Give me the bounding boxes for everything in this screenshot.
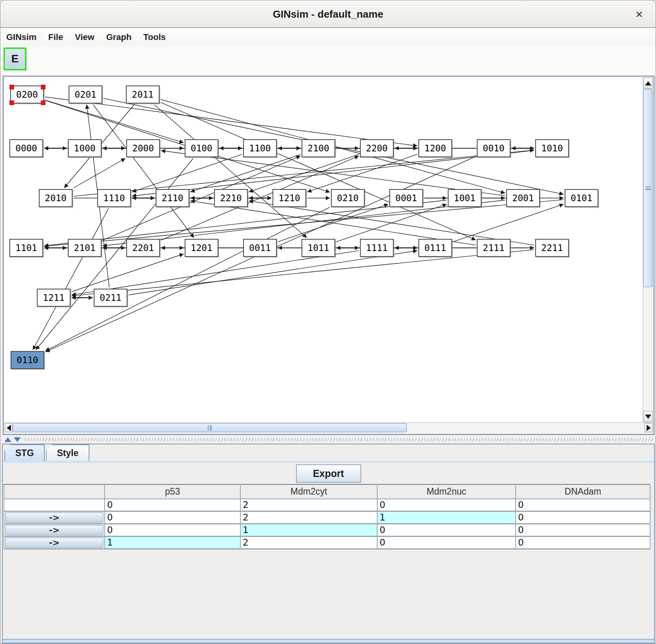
value-cell: 0 <box>516 499 650 511</box>
menu-item-graph[interactable]: Graph <box>106 32 132 42</box>
state-node-0201[interactable]: 0201 <box>69 86 102 104</box>
splitter-collapse-up-icon[interactable] <box>4 437 11 442</box>
menu-item-view[interactable]: View <box>75 32 94 42</box>
edge-0200-1200[interactable] <box>45 97 417 146</box>
state-node-0110[interactable]: 0110 <box>11 351 44 369</box>
state-node-0001[interactable]: 0001 <box>389 189 423 207</box>
bottom-panel: STGStyle Export p53Mdm2cytMdm2nucDNAdam … <box>2 444 655 644</box>
value-cell: 0 <box>516 536 650 549</box>
state-node-0010[interactable]: 0010 <box>477 139 511 157</box>
state-node-0210[interactable]: 0210 <box>331 189 365 207</box>
scroll-right-button[interactable] <box>645 423 652 432</box>
horizontal-scroll-track[interactable] <box>407 423 644 432</box>
edge-1200-1210[interactable] <box>307 155 417 192</box>
value-cell: 0 <box>377 536 516 549</box>
edge-0201-1201[interactable] <box>93 105 194 238</box>
state-node-1000[interactable]: 1000 <box>68 139 102 157</box>
close-icon[interactable]: × <box>631 7 647 22</box>
selection-handle[interactable] <box>41 85 45 89</box>
state-node-2111[interactable]: 2111 <box>477 239 511 257</box>
panel-splitter[interactable] <box>0 436 656 444</box>
graph-canvas[interactable]: 0200020120110000100020000100110021002200… <box>4 77 643 423</box>
edge-1111-1211[interactable] <box>72 251 359 295</box>
state-node-2010[interactable]: 2010 <box>39 189 73 207</box>
vertical-scroll-track[interactable] <box>643 288 652 411</box>
edge-2011-2111[interactable] <box>161 102 476 240</box>
arrow-right-icon <box>647 425 651 431</box>
state-node-2100[interactable]: 2100 <box>302 139 335 157</box>
edge-2111-2110[interactable] <box>191 201 476 245</box>
horizontal-scroll-thumb[interactable] <box>13 423 407 432</box>
edge-2100-2110[interactable] <box>191 155 300 192</box>
menu-item-tools[interactable]: Tools <box>143 32 165 42</box>
scroll-grip-icon <box>645 186 651 190</box>
edge-0200-0100[interactable] <box>45 100 184 143</box>
selection-handle[interactable] <box>41 100 45 105</box>
state-node-2210[interactable]: 2210 <box>214 189 248 207</box>
state-node-2001[interactable]: 2001 <box>506 189 540 207</box>
edge-1211-1201[interactable] <box>72 254 184 291</box>
state-node-1200[interactable]: 1200 <box>418 139 452 157</box>
table-row: ->1200 <box>4 536 650 549</box>
edge-1100-1110[interactable] <box>132 155 242 192</box>
goto-transition-button[interactable]: -> <box>5 512 104 523</box>
state-node-2110[interactable]: 2110 <box>156 189 189 207</box>
value-cell: 2 <box>240 511 377 524</box>
menu-item-file[interactable]: File <box>48 32 63 42</box>
arrow-left-icon <box>7 425 11 431</box>
state-node-2200[interactable]: 2200 <box>360 139 394 157</box>
state-node-0101[interactable]: 0101 <box>565 189 598 207</box>
scroll-down-button[interactable] <box>643 411 652 422</box>
state-node-1111[interactable]: 1111 <box>360 239 394 257</box>
state-node-1010[interactable]: 1010 <box>535 139 569 157</box>
state-node-0100[interactable]: 0100 <box>185 139 218 157</box>
state-node-2211[interactable]: 2211 <box>535 239 569 257</box>
state-node-0000[interactable]: 0000 <box>9 139 43 157</box>
edge-2211-2210[interactable] <box>249 201 534 245</box>
splitter-grip <box>22 438 654 441</box>
scroll-up-button[interactable] <box>643 78 652 89</box>
edit-mode-button[interactable]: E <box>4 47 26 70</box>
value-cell: 1 <box>105 536 240 549</box>
table-row: ->0100 <box>4 524 650 536</box>
export-button[interactable]: Export <box>296 464 361 483</box>
menu-item-ginsim[interactable]: GINsim <box>6 32 36 42</box>
selection-handle[interactable] <box>9 85 14 89</box>
horizontal-scrollbar[interactable] <box>4 422 653 433</box>
edge-0111-0101[interactable] <box>453 204 563 242</box>
selection-handle[interactable] <box>9 100 14 105</box>
vertical-scrollbar[interactable] <box>643 77 653 422</box>
status-strip <box>3 639 654 643</box>
state-node-0011[interactable]: 0011 <box>243 239 277 257</box>
title-bar[interactable]: GINsim - default_name × <box>0 0 656 28</box>
edge-2010-2000[interactable] <box>74 158 125 188</box>
state-node-1011[interactable]: 1011 <box>302 239 335 257</box>
state-node-0200[interactable]: 0200 <box>10 86 44 104</box>
transition-cell: -> <box>4 536 105 549</box>
tab-stg[interactable]: STG <box>4 444 45 461</box>
state-node-2101[interactable]: 2101 <box>68 239 102 257</box>
table-row: ->0210 <box>4 511 650 524</box>
state-node-1110[interactable]: 1110 <box>97 189 131 207</box>
state-node-1201[interactable]: 1201 <box>185 239 218 257</box>
splitter-collapse-down-icon[interactable] <box>14 437 21 442</box>
goto-transition-button[interactable]: -> <box>5 537 104 548</box>
state-node-1001[interactable]: 1001 <box>448 189 482 207</box>
state-node-0211[interactable]: 0211 <box>94 289 127 307</box>
state-node-1210[interactable]: 1210 <box>273 189 306 207</box>
goto-transition-button[interactable]: -> <box>5 525 104 535</box>
transition-cell: -> <box>4 511 105 524</box>
state-node-1101[interactable]: 1101 <box>9 239 43 257</box>
tab-style[interactable]: Style <box>46 444 89 461</box>
edge-0100-0110[interactable] <box>36 158 193 350</box>
state-node-2201[interactable]: 2201 <box>126 239 160 257</box>
scroll-grip-icon <box>208 425 212 431</box>
vertical-scroll-thumb[interactable] <box>643 89 652 287</box>
state-node-2000[interactable]: 2000 <box>126 139 160 157</box>
edge-0211-0111[interactable] <box>129 251 417 295</box>
state-node-1100[interactable]: 1100 <box>243 139 277 157</box>
state-node-1211[interactable]: 1211 <box>37 289 71 307</box>
scroll-left-button[interactable] <box>5 423 13 432</box>
state-node-2011[interactable]: 2011 <box>126 86 160 104</box>
state-node-0111[interactable]: 0111 <box>418 239 452 257</box>
